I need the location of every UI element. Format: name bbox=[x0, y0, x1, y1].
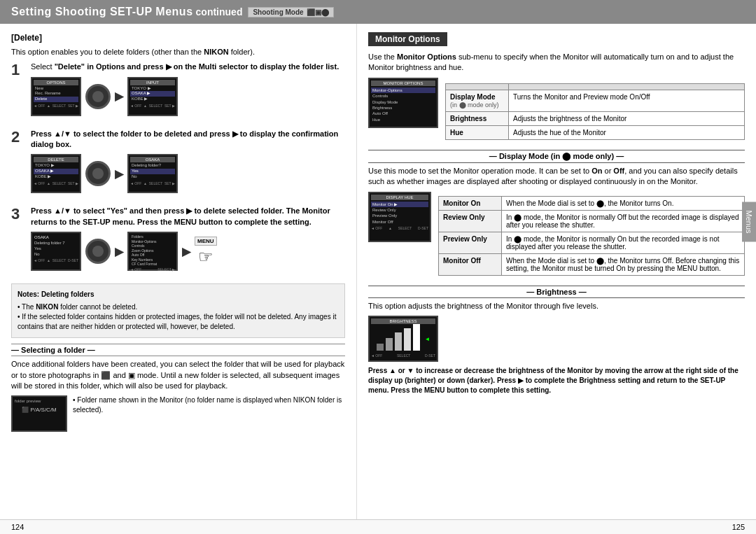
brightness-header: — Brightness — bbox=[368, 286, 745, 298]
step-3-number: 3 bbox=[11, 206, 27, 223]
options-table-header bbox=[446, 83, 745, 90]
left-column: [Delete] This option enables you to dele… bbox=[0, 24, 357, 519]
options-row-brightness: Brightness Adjusts the brightness of the… bbox=[446, 111, 745, 125]
monitor-options-header: Monitor Options bbox=[368, 32, 447, 46]
step-2-screens: DELETE TOKYO ▶ OSAKA ▶ KOBE ▶ ◄ OFF▲SELE… bbox=[31, 154, 345, 193]
screen-setup-menu: FoldersMonitor-OptionsControlsZoom Optio… bbox=[127, 232, 178, 271]
folder-preview: folder preview ⬛ P/A/S/C/M • Folder name… bbox=[11, 395, 345, 432]
display-mode-area: DISPLAY HUE Monitor On ▶ Review Only Pre… bbox=[368, 192, 745, 280]
screen-delete: DELETE TOKYO ▶ OSAKA ▶ KOBE ▶ ◄ OFF▲SELE… bbox=[31, 154, 81, 193]
screen-input-title: INPUT bbox=[130, 80, 175, 85]
screen-osaka-title: OSAKA bbox=[130, 157, 175, 162]
display-mode-text: Use this mode to set the Monitor operati… bbox=[368, 166, 745, 188]
delete-title: [Delete] bbox=[11, 32, 345, 44]
multi-selector-3 bbox=[85, 239, 111, 264]
notes-list: The NIKON folder cannot be deleted. If t… bbox=[18, 302, 339, 332]
arrow-3: ▶ bbox=[115, 245, 123, 258]
delete-intro: This option enables you to delete folder… bbox=[11, 47, 345, 57]
monitor-options-screen-area: MONITOR OPTIONS Monitor-Options Controls… bbox=[368, 78, 438, 146]
menus-tab: Menus bbox=[742, 202, 756, 242]
delete-section: [Delete] This option enables you to dele… bbox=[11, 32, 345, 338]
step-3-screens: OSAKA Deleting folder 7 Yes No ◄ OFF▲SEL… bbox=[31, 232, 345, 271]
monitor-options-intro: Use the Monitor Options sub-menu to spec… bbox=[368, 52, 745, 73]
monitor-row-review: Review Only In ⬤ mode, the Monitor is no… bbox=[439, 210, 745, 232]
brightness-text: This option adjusts the brightness of th… bbox=[368, 301, 745, 311]
menu-hand-area: MENU ☞ bbox=[195, 237, 217, 267]
notes-title: Notes: Deleting folders bbox=[18, 290, 339, 300]
arrow-1: ▶ bbox=[115, 90, 123, 103]
page-number-left: 124 bbox=[11, 523, 24, 531]
selecting-sub-note: • Folder name shown in the Monitor (no f… bbox=[73, 395, 345, 415]
page-number-right: 125 bbox=[732, 523, 745, 531]
shooting-mode-label: Shooting Mode bbox=[253, 8, 303, 16]
step-3: 3 Press ▲/▼ to select "Yes" and then pre… bbox=[11, 206, 345, 276]
step-2-content: Press ▲/▼ to select the folder to be del… bbox=[31, 129, 345, 199]
step-1-text: Select "Delete" in Options and press ▶ o… bbox=[31, 62, 345, 72]
page-footer: 124 125 bbox=[0, 519, 756, 534]
screen-options: OPTIONS New Rec. Rename Delete ◄ OFF▲SEL… bbox=[31, 77, 81, 116]
multi-selector-2 bbox=[85, 161, 111, 186]
notes-box: Notes: Deleting folders The NIKON folder… bbox=[11, 283, 345, 338]
arrow-4: ▶ bbox=[182, 245, 190, 258]
brightness-bottom-text: Press ▲ or ▼ to increase or decrease the… bbox=[368, 366, 745, 395]
monitor-row-preview: Preview Only In ⬤ mode, the Monitor is n… bbox=[439, 232, 745, 253]
options-row-display: Display Mode (in ⬤ mode only) Turns the … bbox=[446, 90, 745, 111]
menu-label: MENU bbox=[195, 237, 217, 246]
page-container: Setting Shooting SET-UP Menus continued … bbox=[0, 0, 756, 534]
step-1-screens: OPTIONS New Rec. Rename Delete ◄ OFF▲SEL… bbox=[31, 77, 345, 116]
note-item-1: The NIKON folder cannot be deleted. bbox=[18, 302, 339, 312]
shooting-mode-icons: ⬛▣⬤ bbox=[307, 8, 329, 16]
arrow-2: ▶ bbox=[115, 167, 123, 181]
main-content: [Delete] This option enables you to dele… bbox=[0, 24, 756, 519]
step-3-text: Press ▲/▼ to select "Yes" and then press… bbox=[31, 206, 345, 227]
monitor-options-screen: MONITOR OPTIONS Monitor-Options Controls… bbox=[368, 78, 438, 128]
step-2-text: Press ▲/▼ to select the folder to be del… bbox=[31, 129, 345, 150]
display-mode-header: — Display Mode (in ⬤ mode only) — bbox=[368, 150, 745, 163]
page-title: Setting Shooting SET-UP Menus bbox=[11, 6, 193, 18]
shooting-mode-badge: Shooting Mode ⬛▣⬤ bbox=[248, 7, 333, 17]
folder-preview-screen: folder preview ⬛ P/A/S/C/M bbox=[11, 395, 67, 432]
brightness-screen: BRIGHTNESS ◄ ◄ OFFSELECTD-SET bbox=[368, 316, 438, 362]
step-2: 2 Press ▲/▼ to select the folder to be d… bbox=[11, 129, 345, 199]
brightness-area: BRIGHTNESS ◄ ◄ OFFSELECTD-SET bbox=[368, 316, 745, 362]
screen-osaka-confirm: OSAKA Deleting folder 7 Yes No ◄ OFF▲SEL… bbox=[31, 232, 81, 271]
display-hue-screen: DISPLAY HUE Monitor On ▶ Review Only Pre… bbox=[368, 192, 431, 242]
options-table: Display Mode (in ⬤ mode only) Turns the … bbox=[445, 83, 745, 140]
page-header: Setting Shooting SET-UP Menus continued … bbox=[0, 0, 756, 24]
step-1: 1 Select "Delete" in Options and press ▶… bbox=[11, 62, 345, 121]
note-item-2: If the selected folder contains hidden o… bbox=[18, 312, 339, 332]
screen-options-title: OPTIONS bbox=[34, 80, 78, 85]
screen-delete-title: DELETE bbox=[34, 157, 78, 162]
monitor-row-on: Monitor On When the Mode dial is set to … bbox=[439, 196, 745, 210]
monitor-table: Monitor On When the Mode dial is set to … bbox=[438, 196, 745, 276]
selecting-title: — Selecting a folder — bbox=[11, 344, 345, 356]
display-hue-screen-area: DISPLAY HUE Monitor On ▶ Review Only Pre… bbox=[368, 192, 431, 280]
continued-label: continued bbox=[196, 6, 243, 17]
right-column: Monitor Options Use the Monitor Options … bbox=[357, 24, 756, 519]
options-area: MONITOR OPTIONS Monitor-Options Controls… bbox=[368, 78, 745, 146]
step-2-number: 2 bbox=[11, 129, 27, 146]
screen-osaka-delete: OSAKA Deleting folder? Yes No ◄ OFF▲SELE… bbox=[127, 154, 178, 193]
monitor-row-off: Monitor Off When the Mode dial is set to… bbox=[439, 253, 745, 275]
screen-input: INPUT TOKYO ▶ OSAKA ▶ KOBE ▶ ◄ OFF▲SELEC… bbox=[127, 77, 178, 116]
selecting-section: — Selecting a folder — Once additional f… bbox=[11, 344, 345, 432]
hand-icon: ☞ bbox=[198, 247, 214, 267]
selecting-text: Once additional folders have been create… bbox=[11, 359, 345, 391]
step-3-content: Press ▲/▼ to select "Yes" and then press… bbox=[31, 206, 345, 276]
step-1-content: Select "Delete" in Options and press ▶ o… bbox=[31, 62, 345, 121]
multi-selector-1 bbox=[85, 84, 111, 109]
options-row-hue: Hue Adjusts the hue of the Monitor bbox=[446, 125, 745, 139]
step-1-number: 1 bbox=[11, 62, 27, 78]
